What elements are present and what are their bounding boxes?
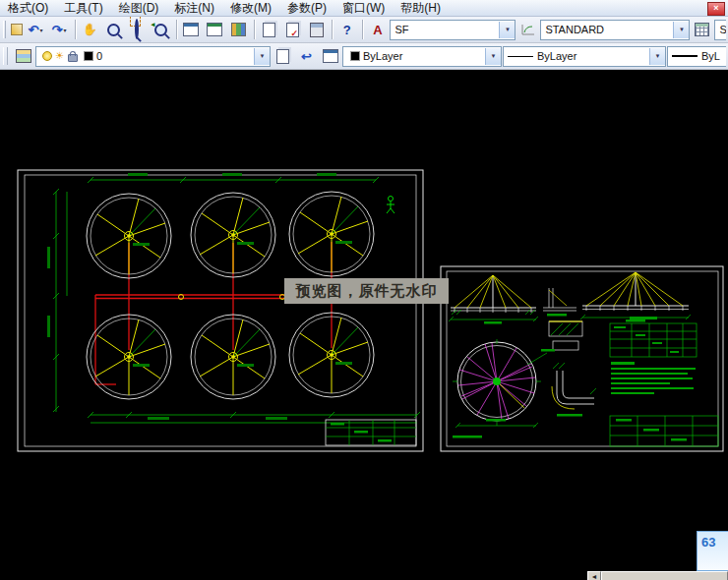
menu-item-draw[interactable]: 绘图(D) (111, 1, 167, 16)
table-grid-icon (695, 23, 709, 36)
markup-set-manager-icon[interactable] (281, 19, 304, 41)
close-icon[interactable]: × (707, 2, 725, 16)
layer-properties-manager-icon[interactable] (12, 45, 34, 68)
text-style-combo[interactable]: SF ▼ (390, 20, 516, 40)
bottom-bar: ◄ (0, 571, 728, 580)
dim-style-combo[interactable]: STANDARD ▼ (540, 20, 690, 40)
left-sheet (18, 170, 423, 451)
tool-palettes-icon[interactable] (227, 19, 250, 41)
chevron-down-icon[interactable]: ▼ (673, 22, 689, 38)
window-icon (323, 49, 338, 63)
zoom-realtime-icon[interactable] (102, 19, 125, 41)
layers-toolbar: ☀ 0 ▼ ↩ ByLayer ▼ ByLayer ▼ ByL (0, 43, 728, 70)
window-icon (207, 23, 222, 36)
linetype-value: ByLayer (537, 50, 649, 62)
dim-style-glyph (520, 23, 536, 36)
layer-on-bulb-icon[interactable] (42, 51, 52, 61)
chevron-down-icon[interactable]: ▼ (485, 48, 501, 65)
color-swatch (350, 51, 360, 61)
table-style-value: Standar (719, 24, 726, 35)
linetype-combo[interactable]: ByLayer ▼ (503, 46, 666, 67)
pan-icon[interactable]: ✋ (79, 19, 101, 41)
zoom-previous-icon[interactable]: ◂ (150, 19, 172, 41)
sheet-icon (276, 49, 289, 64)
table-style-combo[interactable]: Standar (714, 20, 726, 40)
pipe-elbow-detail (552, 363, 596, 417)
lineweight-value: ByL (701, 50, 726, 62)
dim-style-icon[interactable] (516, 19, 539, 41)
quickcalc-icon[interactable] (305, 19, 328, 41)
linetype-sample-line (508, 56, 533, 57)
text-style-value: SF (394, 24, 499, 35)
sheet-set-manager-icon[interactable] (258, 19, 280, 41)
redo-icon[interactable]: ↷▾ (48, 19, 71, 41)
right-title-block (610, 416, 718, 446)
popup-window[interactable]: 63 (697, 531, 728, 571)
color-value: ByLayer (363, 50, 485, 62)
circular-plan-view (453, 339, 555, 428)
brush-icon (11, 24, 23, 35)
layer-states-icon[interactable] (319, 45, 341, 68)
designcenter-icon[interactable] (204, 19, 226, 41)
menu-item-modify[interactable]: 修改(M) (222, 1, 279, 16)
chevron-down-icon[interactable]: ▼ (254, 48, 270, 65)
chevron-down-icon[interactable]: ▼ (649, 48, 665, 65)
layer-previous-icon[interactable]: ↩ (295, 45, 318, 68)
lineweight-sample-line (672, 55, 698, 57)
scrollbar-thumb[interactable] (601, 571, 728, 580)
properties-icon[interactable] (180, 19, 203, 41)
match-properties-icon[interactable] (10, 19, 24, 41)
notes-text-block (611, 362, 696, 394)
question-glyph: ? (343, 23, 351, 37)
back-arrow-glyph: ↩ (301, 50, 312, 63)
cad-drawing (0, 70, 728, 571)
layer-combo[interactable]: ☀ 0 ▼ (35, 46, 271, 67)
calculator-icon (310, 23, 324, 37)
chevron-down-icon: ▾ (39, 27, 42, 33)
layers-stack-icon (16, 49, 31, 63)
autocad-window: 格式(O) 工具(T) 绘图(D) 标注(N) 修改(M) 参数(P) 窗口(W… (0, 0, 728, 580)
north-figure (387, 197, 394, 214)
menu-item-window[interactable]: 窗口(W) (334, 1, 393, 16)
lineweight-combo[interactable]: ByL (667, 46, 726, 67)
drawing-canvas[interactable]: 预览图，原件无水印 63 (0, 70, 728, 571)
toolbar-grip[interactable] (3, 47, 8, 65)
right-sheet (441, 266, 723, 451)
make-object-layer-current-icon[interactable] (272, 45, 294, 68)
redo-glyph: ↷ (52, 24, 63, 36)
color-combo[interactable]: ByLayer ▼ (342, 46, 502, 67)
undo-glyph: ↶ (29, 24, 39, 36)
sheet-icon (263, 23, 275, 37)
layer-color-swatch[interactable] (84, 51, 93, 61)
horizontal-scrollbar[interactable]: ◄ (587, 571, 728, 580)
magnifier-icon (107, 24, 120, 36)
layer-name-value: 0 (96, 50, 254, 62)
undo-icon[interactable]: ↶▾ (25, 19, 47, 41)
table-style-icon[interactable] (691, 19, 713, 41)
column-detail (543, 288, 576, 317)
standard-toolbar: ↶▾ ↷▾ ✋ ◂ ? A SF ▼ STANDARD ▼ (0, 17, 728, 43)
section-details (549, 321, 582, 350)
menu-item-tools[interactable]: 工具(T) (56, 1, 110, 16)
magnifier-icon (154, 24, 167, 36)
menu-item-parametric[interactable]: 参数(P) (279, 1, 334, 16)
menu-item-format[interactable]: 格式(O) (0, 1, 56, 16)
palette-icon (231, 23, 246, 36)
zoom-window-icon[interactable] (126, 19, 149, 41)
scroll-left-icon[interactable]: ◄ (587, 571, 601, 580)
watermark: 预览图，原件无水印 (284, 278, 449, 304)
scale-text-blob (453, 435, 482, 438)
layer-lock-icon[interactable] (68, 54, 78, 62)
menu-bar: 格式(O) 工具(T) 绘图(D) 标注(N) 修改(M) 参数(P) 窗口(W… (0, 0, 728, 17)
text-style-icon[interactable]: A (366, 19, 389, 41)
menu-item-help[interactable]: 帮助(H) (393, 1, 449, 16)
sheet-check-icon (286, 23, 299, 37)
elevation-view-right (580, 272, 691, 322)
toolbar-grip[interactable] (3, 21, 6, 38)
layer-freeze-sun-icon[interactable]: ☀ (55, 51, 64, 61)
popup-number: 63 (701, 535, 715, 550)
help-icon[interactable]: ? (335, 19, 358, 41)
chevron-down-icon[interactable]: ▼ (499, 22, 515, 38)
left-title-block (326, 420, 416, 445)
menu-item-dimension[interactable]: 标注(N) (166, 1, 222, 16)
